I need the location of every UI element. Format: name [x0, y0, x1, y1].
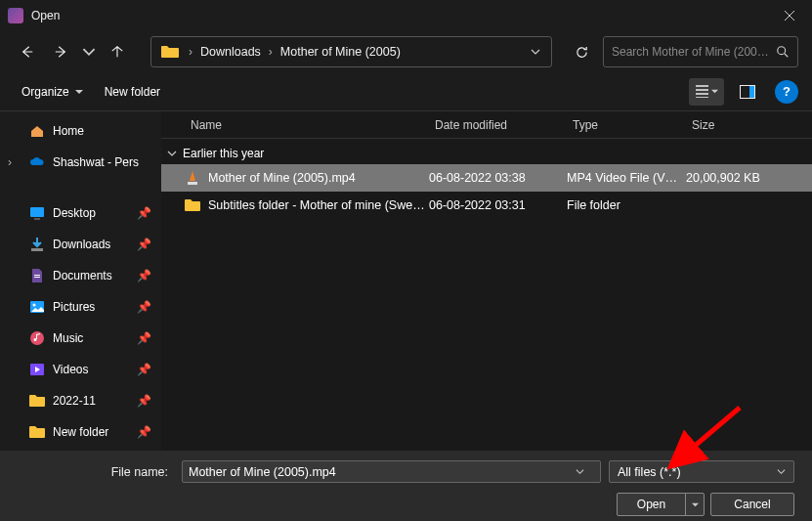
folder-icon: [185, 197, 200, 213]
file-row[interactable]: Subtitles folder - Mother of mine (Swede…: [161, 192, 812, 219]
music-icon: [29, 330, 45, 346]
sidebar-item-videos[interactable]: Videos 📌: [0, 354, 161, 385]
breadcrumb-item[interactable]: Mother of Mine (2005): [277, 45, 405, 59]
vlc-icon: [185, 170, 200, 186]
sidebar-item-onedrive[interactable]: › Shashwat - Pers: [0, 147, 161, 178]
chevron-down-icon: [82, 45, 96, 59]
list-icon: [695, 85, 709, 98]
search-icon: [776, 45, 790, 59]
sidebar-item-home[interactable]: Home: [0, 115, 161, 147]
pin-icon: 📌: [137, 363, 151, 376]
column-date[interactable]: Date modified: [429, 118, 567, 132]
breadcrumb-item[interactable]: Downloads: [196, 45, 265, 59]
window-title: Open: [31, 9, 60, 22]
caret-down-icon: [75, 88, 83, 96]
group-header[interactable]: Earlier this year: [161, 139, 812, 164]
svg-rect-5: [31, 248, 43, 251]
svg-rect-4: [34, 218, 40, 220]
desktop-icon: [29, 205, 45, 221]
column-headers: Name Date modified Type Size: [161, 111, 812, 139]
chevron-right-icon[interactable]: ›: [8, 155, 12, 169]
refresh-icon: [575, 45, 589, 60]
caret-down-icon: [711, 88, 718, 95]
svg-point-7: [33, 304, 36, 307]
file-name-label: File name:: [18, 465, 174, 479]
open-button[interactable]: Open: [617, 493, 705, 516]
arrow-right-icon: [54, 45, 67, 59]
folder-icon: [161, 45, 179, 59]
toolbar: Organize New folder ?: [0, 72, 812, 111]
folder-icon: [29, 393, 45, 409]
arrow-up-icon: [110, 45, 124, 59]
back-button[interactable]: [14, 38, 41, 65]
download-icon: [29, 237, 45, 252]
address-dropdown[interactable]: [524, 47, 547, 57]
pin-icon: 📌: [137, 206, 151, 220]
file-row[interactable]: Mother of Mine (2005).mp4 06-08-2022 03:…: [161, 164, 812, 192]
chevron-down-icon: [167, 149, 177, 158]
svg-rect-3: [30, 207, 44, 217]
up-button[interactable]: [104, 38, 131, 65]
video-icon: [29, 362, 45, 377]
preview-icon: [740, 85, 755, 99]
address-bar[interactable]: › Downloads › Mother of Mine (2005): [150, 36, 552, 67]
cancel-button[interactable]: Cancel: [710, 493, 794, 516]
column-size[interactable]: Size: [686, 118, 784, 132]
help-button[interactable]: ?: [775, 80, 798, 104]
sidebar: Home › Shashwat - Pers Desktop 📌 Downloa…: [0, 111, 161, 451]
svg-point-0: [778, 47, 786, 55]
preview-pane-button[interactable]: [730, 78, 765, 106]
folder-icon: [29, 424, 45, 440]
arrow-left-icon: [21, 45, 34, 59]
chevron-right-icon: ›: [265, 45, 277, 59]
sidebar-item-pictures[interactable]: Pictures 📌: [0, 291, 161, 323]
search-input[interactable]: Search Mother of Mine (200…: [603, 36, 798, 67]
chevron-down-icon: [777, 467, 786, 476]
sidebar-item-desktop[interactable]: Desktop 📌: [0, 197, 161, 229]
footer: File name: Mother of Mine (2005).mp4 All…: [0, 451, 812, 521]
sidebar-item-folder[interactable]: 2022-11 📌: [0, 385, 161, 416]
svg-rect-10: [188, 182, 197, 185]
app-icon: [8, 8, 23, 23]
column-name[interactable]: Name: [185, 118, 429, 132]
file-list: Name Date modified Type Size Earlier thi…: [161, 111, 812, 451]
cloud-icon: [29, 154, 45, 170]
sidebar-item-documents[interactable]: Documents 📌: [0, 260, 161, 291]
chevron-right-icon: ›: [185, 45, 196, 59]
file-name-input[interactable]: Mother of Mine (2005).mp4: [182, 460, 601, 483]
caret-down-icon: [692, 501, 699, 508]
home-icon: [29, 123, 45, 139]
chevron-down-icon: [531, 47, 540, 57]
chevron-down-icon: [576, 467, 584, 476]
history-dropdown[interactable]: [80, 38, 98, 65]
pin-icon: 📌: [137, 331, 151, 345]
sidebar-item-folder[interactable]: New folder 📌: [0, 416, 161, 448]
file-type-select[interactable]: All files (*.*): [609, 460, 794, 483]
pin-icon: 📌: [137, 269, 151, 282]
forward-button[interactable]: [47, 38, 74, 65]
pin-icon: 📌: [137, 394, 151, 408]
close-icon: [785, 11, 794, 21]
body: Home › Shashwat - Pers Desktop 📌 Downloa…: [0, 111, 812, 451]
file-name-dropdown[interactable]: [565, 467, 594, 476]
organize-button[interactable]: Organize: [14, 81, 91, 103]
new-folder-button[interactable]: New folder: [97, 81, 168, 103]
pin-icon: 📌: [137, 425, 151, 439]
pin-icon: 📌: [137, 300, 151, 314]
close-button[interactable]: [767, 0, 812, 31]
sidebar-item-downloads[interactable]: Downloads 📌: [0, 229, 161, 260]
search-placeholder: Search Mother of Mine (200…: [612, 45, 776, 59]
view-list-button[interactable]: [689, 78, 724, 106]
open-dropdown[interactable]: [686, 501, 704, 508]
titlebar: Open: [0, 0, 812, 31]
svg-rect-2: [749, 86, 754, 98]
column-type[interactable]: Type: [567, 118, 686, 132]
picture-icon: [29, 299, 45, 315]
refresh-button[interactable]: [566, 36, 597, 67]
navbar: › Downloads › Mother of Mine (2005) Sear…: [0, 31, 812, 72]
document-icon: [29, 268, 45, 283]
pin-icon: 📌: [137, 238, 151, 251]
sidebar-item-music[interactable]: Music 📌: [0, 323, 161, 354]
open-dialog: Open › Downloads › Mother of Mine (2005)…: [0, 0, 812, 521]
